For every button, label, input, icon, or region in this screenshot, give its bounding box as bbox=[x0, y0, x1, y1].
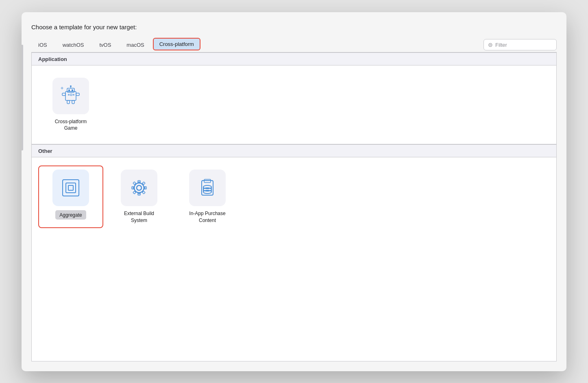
external-build-system-label: External BuildSystem bbox=[124, 210, 154, 224]
template-content: Application + bbox=[31, 52, 557, 361]
svg-point-17 bbox=[134, 183, 144, 193]
svg-text:+: + bbox=[61, 85, 63, 91]
aggregate-label: Aggregate bbox=[59, 212, 82, 218]
svg-rect-15 bbox=[66, 183, 76, 193]
application-grid: + bbox=[32, 65, 556, 144]
application-section-title: Application bbox=[38, 56, 67, 62]
aggregate-label-badge: Aggregate bbox=[55, 210, 86, 220]
svg-point-18 bbox=[137, 185, 142, 190]
svg-rect-4 bbox=[72, 89, 73, 91]
svg-rect-14 bbox=[63, 180, 79, 196]
template-chooser-dialog: Choose a template for your new target: i… bbox=[22, 12, 566, 371]
crossplatform-game-icon-wrapper: + bbox=[52, 78, 89, 114]
filter-input[interactable]: ⊜ Filter bbox=[483, 39, 557, 50]
svg-rect-16 bbox=[68, 185, 73, 190]
template-aggregate[interactable]: Aggregate bbox=[38, 165, 103, 228]
crossplatform-game-label: Cross-platformGame bbox=[55, 118, 87, 132]
application-section-header: Application bbox=[32, 52, 556, 65]
svg-rect-8 bbox=[76, 93, 79, 96]
svg-rect-3 bbox=[68, 89, 70, 91]
filter-icon: ⊜ bbox=[488, 41, 493, 48]
left-accent bbox=[22, 45, 23, 150]
svg-rect-12 bbox=[70, 94, 72, 96]
external-build-system-icon bbox=[128, 176, 150, 199]
in-app-purchase-icon bbox=[196, 176, 219, 199]
template-in-app-purchase[interactable]: In-App PurchaseContent bbox=[175, 165, 240, 228]
tab-watchos[interactable]: watchOS bbox=[56, 38, 91, 52]
template-crossplatform-game[interactable]: + bbox=[38, 74, 103, 136]
other-grid: Aggregate bbox=[32, 157, 556, 236]
external-build-system-icon-wrapper bbox=[121, 170, 157, 206]
tab-tvos[interactable]: tvOS bbox=[92, 38, 118, 52]
tab-ios[interactable]: iOS bbox=[31, 38, 54, 52]
tab-macos[interactable]: macOS bbox=[120, 38, 151, 52]
svg-rect-13 bbox=[73, 94, 74, 96]
svg-rect-7 bbox=[62, 93, 65, 96]
in-app-purchase-label: In-App PurchaseContent bbox=[189, 210, 225, 224]
svg-point-6 bbox=[70, 85, 72, 87]
aggregate-icon-wrapper bbox=[52, 170, 89, 206]
in-app-purchase-icon-wrapper bbox=[189, 170, 226, 206]
other-section-title: Other bbox=[38, 148, 52, 154]
filter-placeholder: Filter bbox=[495, 42, 507, 48]
aggregate-icon bbox=[59, 176, 82, 199]
crossplatform-game-icon: + bbox=[59, 84, 83, 108]
other-section-header: Other bbox=[32, 144, 556, 157]
svg-rect-10 bbox=[72, 100, 74, 104]
dialog-title: Choose a template for your new target: bbox=[31, 24, 557, 30]
template-external-build-system[interactable]: External BuildSystem bbox=[107, 165, 172, 228]
svg-rect-1 bbox=[65, 91, 76, 100]
svg-rect-11 bbox=[68, 94, 70, 96]
tab-crossplatform[interactable]: Cross-platform bbox=[153, 38, 200, 50]
svg-rect-9 bbox=[67, 100, 70, 104]
